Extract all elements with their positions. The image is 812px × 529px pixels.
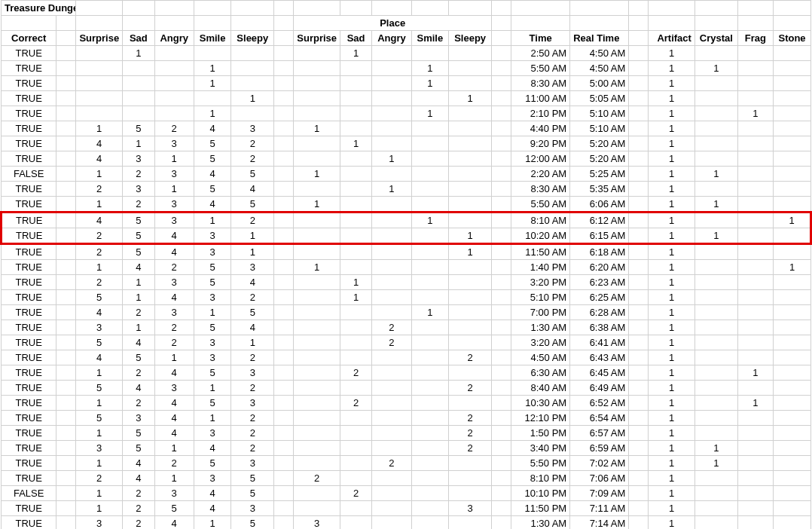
spacer[interactable] (274, 260, 294, 275)
cell-crystal[interactable]: 1 (694, 441, 737, 456)
table-row[interactable]: TRUE1543221:50 PM6:57 AM1 (2, 426, 811, 441)
cell-realtime[interactable]: 7:09 AM (570, 486, 629, 501)
cell-correct[interactable]: TRUE (2, 106, 56, 121)
cell-emo-b-1[interactable] (340, 411, 372, 426)
cell-emo-b-3[interactable] (411, 197, 449, 213)
cell-emo-a-2[interactable]: 3 (154, 213, 194, 228)
cell-emo-a-3[interactable]: 5 (194, 396, 231, 411)
table-row[interactable]: TRUE2413528:10 PM7:06 AM1 (2, 471, 811, 486)
cell-emo-b-3[interactable] (411, 275, 449, 290)
cell-emo-a-2[interactable]: 3 (154, 197, 194, 213)
cell-emo-a-0[interactable] (76, 106, 123, 121)
table-row[interactable]: TRUE5431228:40 AM6:49 AM1 (2, 381, 811, 396)
cell-crystal[interactable] (694, 46, 737, 61)
spacer[interactable] (274, 275, 294, 290)
cell-emo-a-3[interactable]: 4 (194, 441, 231, 456)
spacer[interactable] (629, 305, 649, 320)
cell-emo-b-0[interactable] (294, 381, 340, 396)
cell-emo-b-2[interactable] (372, 244, 411, 260)
cell-artifact[interactable]: 1 (649, 228, 695, 244)
cell-correct[interactable]: TRUE (2, 76, 56, 91)
cell-emo-a-1[interactable]: 5 (123, 244, 155, 260)
table-row[interactable]: TRUE5143215:10 PM6:25 AM1 (2, 290, 811, 305)
cell-time[interactable]: 5:50 PM (511, 456, 570, 471)
spacer[interactable] (56, 305, 76, 320)
spacer[interactable] (56, 275, 76, 290)
table-row[interactable]: FALSE12345210:10 PM7:09 AM1 (2, 486, 811, 501)
cell-stone[interactable] (774, 471, 811, 486)
cell-correct[interactable]: TRUE (2, 151, 56, 167)
cell-emo-b-3[interactable]: 1 (411, 76, 449, 91)
cell-emo-b-3[interactable] (411, 46, 449, 61)
cell-emo-b-3[interactable] (411, 121, 449, 136)
cell-emo-a-3[interactable]: 5 (194, 136, 231, 151)
cell-artifact[interactable]: 1 (649, 213, 695, 228)
spacer[interactable] (274, 335, 294, 350)
spacer[interactable] (56, 290, 76, 305)
cell-emo-b-2[interactable]: 1 (372, 182, 411, 197)
spacer[interactable] (492, 213, 511, 228)
cell-emo-a-3[interactable]: 4 (194, 501, 231, 516)
spacer[interactable] (274, 501, 294, 516)
cell-emo-a-3[interactable]: 5 (194, 182, 231, 197)
cell-crystal[interactable] (694, 305, 737, 320)
cell-emo-a-0[interactable]: 4 (76, 305, 123, 320)
cell-emo-a-4[interactable]: 2 (231, 426, 274, 441)
cell-emo-a-3[interactable]: 1 (194, 213, 231, 228)
cell-emo-a-3[interactable]: 3 (194, 228, 231, 244)
cell-crystal[interactable] (694, 426, 737, 441)
cell-emo-a-1[interactable] (123, 61, 155, 76)
cell-crystal[interactable] (694, 76, 737, 91)
table-row[interactable]: TRUE4231517:00 PM6:28 AM1 (2, 305, 811, 320)
cell-crystal[interactable] (694, 381, 737, 396)
cell-emo-b-0[interactable] (294, 182, 340, 197)
cell-emo-a-1[interactable]: 5 (123, 426, 155, 441)
cell-time[interactable]: 8:10 AM (511, 213, 570, 228)
spacer[interactable] (56, 228, 76, 244)
cell-emo-a-0[interactable] (76, 61, 123, 76)
cell-emo-b-4[interactable]: 2 (449, 411, 492, 426)
cell-stone[interactable] (774, 244, 811, 260)
cell-crystal[interactable]: 1 (694, 228, 737, 244)
cell-realtime[interactable]: 5:10 AM (570, 106, 629, 121)
cell-emo-b-3[interactable] (411, 486, 449, 501)
cell-emo-b-3[interactable] (411, 228, 449, 244)
spacer[interactable] (56, 61, 76, 76)
cell-emo-b-1[interactable] (340, 228, 372, 244)
cell-time[interactable]: 12:10 PM (511, 411, 570, 426)
spacer[interactable] (56, 91, 76, 106)
spacer[interactable] (492, 275, 511, 290)
cell-emo-a-4[interactable]: 3 (231, 501, 274, 516)
cell-artifact[interactable]: 1 (649, 121, 695, 136)
spacer[interactable] (492, 456, 511, 471)
cell-emo-a-1[interactable]: 2 (123, 197, 155, 213)
cell-emo-b-2[interactable] (372, 441, 411, 456)
cell-emo-a-4[interactable]: 1 (231, 244, 274, 260)
cell-emo-a-1[interactable]: 1 (123, 275, 155, 290)
cell-emo-b-1[interactable]: 1 (340, 46, 372, 61)
cell-emo-a-3[interactable]: 5 (194, 456, 231, 471)
cell-emo-b-1[interactable]: 1 (340, 136, 372, 151)
cell-emo-b-4[interactable]: 1 (449, 91, 492, 106)
cell-frag[interactable] (737, 441, 773, 456)
cell-realtime[interactable]: 6:23 AM (570, 275, 629, 290)
cell-time[interactable]: 10:10 PM (511, 486, 570, 501)
cell-emo-b-1[interactable] (340, 501, 372, 516)
spacer[interactable] (56, 260, 76, 275)
cell-emo-a-0[interactable]: 5 (76, 290, 123, 305)
cell-emo-a-2[interactable]: 3 (154, 305, 194, 320)
cell-emo-a-1[interactable]: 3 (123, 182, 155, 197)
cell-stone[interactable] (774, 486, 811, 501)
spacer[interactable] (492, 305, 511, 320)
spacer[interactable] (629, 290, 649, 305)
cell-emo-b-0[interactable] (294, 136, 340, 151)
cell-emo-b-0[interactable] (294, 426, 340, 441)
spacer[interactable] (492, 350, 511, 365)
cell-realtime[interactable]: 7:14 AM (570, 516, 629, 530)
cell-emo-b-0[interactable] (294, 441, 340, 456)
spacer[interactable] (56, 381, 76, 396)
cell-stone[interactable] (774, 290, 811, 305)
table-row[interactable]: TRUE25431111:50 AM6:18 AM1 (2, 244, 811, 260)
cell-emo-b-4[interactable] (449, 260, 492, 275)
cell-emo-a-1[interactable]: 4 (123, 260, 155, 275)
